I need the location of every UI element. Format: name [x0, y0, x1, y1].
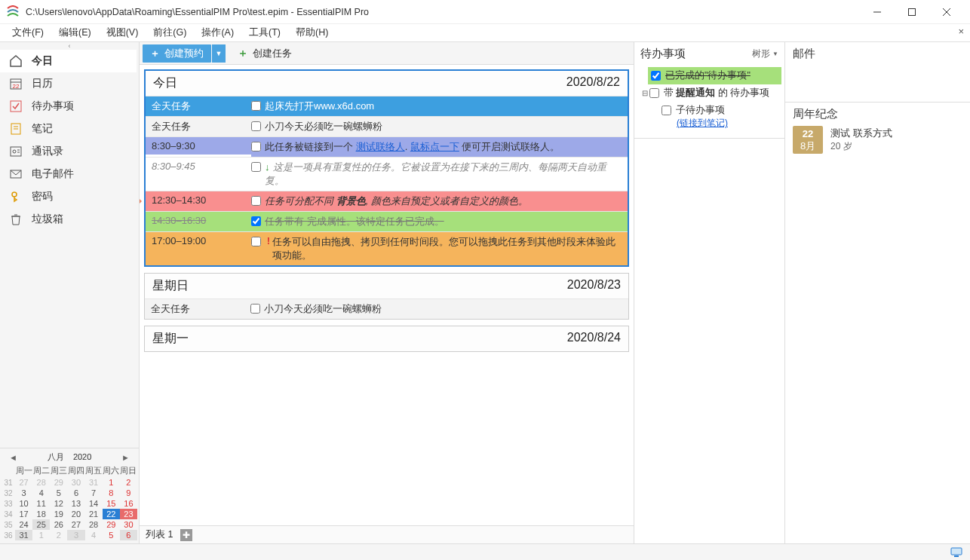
cal-day[interactable]: 20: [67, 509, 84, 519]
todo-item-done[interactable]: 已完成的"待办事项": [648, 67, 781, 84]
event-row[interactable]: 14:30–16:30任务带有 完成属性。该特定任务已完成。: [146, 211, 628, 231]
cal-day[interactable]: 1: [103, 477, 120, 488]
cal-day[interactable]: 27: [67, 519, 84, 530]
cal-prev-button[interactable]: ◄: [6, 453, 20, 462]
create-appointment-button[interactable]: ＋ 创建预约: [143, 44, 211, 63]
cal-day[interactable]: 18: [32, 509, 50, 519]
minimize-button[interactable]: [860, 1, 895, 23]
cal-day[interactable]: 3: [67, 530, 84, 540]
tree-collapse-icon[interactable]: ⊟: [640, 89, 649, 97]
cal-day[interactable]: 21: [85, 509, 103, 519]
event-checkbox[interactable]: [251, 237, 261, 246]
cal-day[interactable]: 5: [50, 488, 67, 498]
cal-day[interactable]: 7: [85, 488, 103, 498]
cal-next-button[interactable]: ►: [118, 453, 133, 462]
todo-view-mode-dropdown[interactable]: 树形 ▼: [752, 48, 778, 60]
add-list-button[interactable]: ✚: [180, 529, 192, 541]
cal-day[interactable]: 10: [15, 498, 32, 509]
maximize-button[interactable]: [895, 1, 929, 23]
cal-day[interactable]: 16: [120, 498, 137, 509]
cal-day[interactable]: 9: [120, 488, 137, 498]
cal-day[interactable]: 8: [103, 488, 120, 498]
sidebar-item-calendar[interactable]: 22日历: [0, 72, 139, 95]
todo-checkbox[interactable]: [662, 106, 671, 115]
cal-day[interactable]: 6: [67, 488, 84, 498]
cal-day[interactable]: 6: [120, 530, 137, 540]
event-row[interactable]: 17:00–19:00!任务可以自由拖拽、拷贝到任何时间段。您可以拖拽此任务到其…: [146, 231, 628, 265]
event-checkbox[interactable]: [251, 216, 261, 226]
cal-day[interactable]: 3: [15, 488, 32, 498]
anniversary-item[interactable]: 22 8月 测试 联系方式 20 岁: [793, 126, 962, 154]
cal-day[interactable]: 29: [103, 519, 120, 530]
event-checkbox[interactable]: [251, 121, 261, 131]
todo-checkbox[interactable]: [651, 71, 661, 81]
event-checkbox[interactable]: [251, 196, 261, 206]
event-checkbox[interactable]: [251, 101, 261, 111]
cal-day[interactable]: 30: [67, 477, 84, 488]
todo-checkbox[interactable]: [649, 88, 659, 98]
cal-day[interactable]: 17: [15, 509, 32, 519]
cal-day[interactable]: 28: [32, 477, 50, 488]
cal-day[interactable]: 31: [15, 530, 32, 540]
menubar-close-icon[interactable]: ×: [958, 26, 964, 37]
event-row[interactable]: 全天任务小刀今天必须吃一碗螺蛳粉: [145, 298, 628, 319]
close-button[interactable]: [929, 1, 964, 23]
cal-day[interactable]: 26: [50, 519, 67, 530]
sidebar-item-trash[interactable]: 垃圾箱: [0, 208, 139, 231]
cal-day[interactable]: 28: [85, 519, 103, 530]
menu-item[interactable]: 视图(V): [99, 25, 146, 41]
event-checkbox[interactable]: [251, 162, 261, 172]
cal-day[interactable]: 27: [15, 477, 32, 488]
menu-item[interactable]: 工具(T): [241, 25, 288, 41]
cal-day[interactable]: 12: [50, 498, 67, 509]
action-link[interactable]: 鼠标点一下: [410, 141, 459, 152]
todo-item-reminder[interactable]: ⊟ 带 提醒通知 的 待办事项: [637, 84, 781, 102]
event-row[interactable]: 8:30–9:30此任务被链接到一个 测试联络人. 鼠标点一下 便可开启测试联络…: [146, 136, 628, 157]
event-row[interactable]: 12:30–14:30任务可分配不同 背景色, 颜色来自预定义或者自定义的颜色。: [146, 191, 628, 211]
sidebar-item-today[interactable]: 今日: [0, 50, 139, 72]
cal-day[interactable]: 5: [103, 530, 120, 540]
sidebar-item-notes[interactable]: 笔记: [0, 118, 139, 140]
cal-day[interactable]: 4: [32, 488, 50, 498]
cal-month-year[interactable]: 八月 2020: [48, 451, 92, 463]
contact-link[interactable]: 测试联络人: [356, 141, 405, 152]
create-task-button[interactable]: ＋ 创建任务: [238, 47, 292, 60]
cal-day[interactable]: 1: [32, 530, 50, 540]
cal-day[interactable]: 13: [67, 498, 84, 509]
event-checkbox[interactable]: [250, 304, 260, 314]
event-row[interactable]: 全天任务起床先打开www.x6d.com: [146, 96, 628, 116]
sidebar-collapse-handle[interactable]: ‹: [0, 42, 139, 50]
cal-day[interactable]: 25: [32, 519, 50, 530]
menu-item[interactable]: 前往(G): [146, 25, 194, 41]
todo-child-link[interactable]: (链接到笔记): [677, 118, 728, 128]
cal-day[interactable]: 23: [120, 509, 137, 519]
cal-day[interactable]: 2: [120, 477, 137, 488]
cal-day[interactable]: 19: [50, 509, 67, 519]
event-checkbox[interactable]: [251, 142, 261, 151]
menu-item[interactable]: 帮助(H): [288, 25, 336, 41]
event-time: 全天任务: [145, 299, 250, 319]
sidebar-item-todo[interactable]: 待办事项: [0, 95, 139, 118]
sidebar-item-contacts[interactable]: 通讯录: [0, 140, 139, 163]
event-row[interactable]: 全天任务小刀今天必须吃一碗螺蛳粉: [146, 116, 628, 136]
sidebar-item-passwords[interactable]: 密码: [0, 185, 139, 208]
cal-day[interactable]: 4: [85, 530, 103, 540]
cal-day[interactable]: 24: [15, 519, 32, 530]
cal-day[interactable]: 14: [85, 498, 103, 509]
create-appointment-dropdown[interactable]: ▼: [212, 44, 226, 63]
cal-day[interactable]: 31: [85, 477, 103, 488]
cal-day[interactable]: 29: [50, 477, 67, 488]
todo-item-child[interactable]: 子待办事项 (链接到笔记): [637, 102, 781, 132]
cal-day[interactable]: 11: [32, 498, 50, 509]
monitor-icon[interactable]: [950, 547, 962, 558]
cal-day[interactable]: 2: [50, 530, 67, 540]
cal-day[interactable]: 15: [103, 498, 120, 509]
menu-item[interactable]: 操作(A): [194, 25, 241, 41]
menu-item[interactable]: 编辑(E): [51, 25, 99, 41]
cal-day[interactable]: 22: [103, 509, 120, 519]
sidebar-item-email[interactable]: 电子邮件: [0, 163, 139, 185]
cal-day[interactable]: 30: [120, 519, 137, 530]
menu-item[interactable]: 文件(F): [5, 25, 51, 41]
event-row[interactable]: 8:30–9:45↓这是一项具有重复性的任务。它被设置为在接下来的三周内、每隔两…: [146, 157, 628, 191]
list-tab[interactable]: 列表 1: [146, 528, 173, 541]
